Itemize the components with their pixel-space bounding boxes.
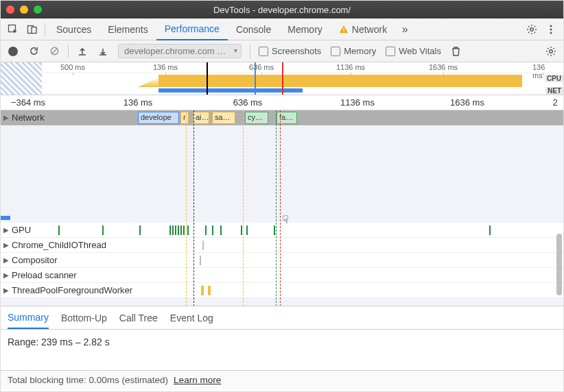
overview-out-of-range [1, 62, 42, 95]
tab-network[interactable]: Network [331, 19, 395, 40]
tab-console[interactable]: Console [228, 19, 279, 40]
svg-point-7 [550, 28, 552, 30]
collect-garbage-icon[interactable] [447, 42, 466, 61]
device-toolbar-icon[interactable] [23, 20, 42, 39]
svg-point-13 [550, 49, 552, 52]
tab-summary[interactable]: Summary [8, 307, 49, 329]
network-request[interactable]: develope [138, 112, 179, 124]
tab-performance[interactable]: Performance [156, 19, 228, 40]
window-title: DevTools - developer.chrome.com/ [1, 5, 563, 15]
tab-bottom-up[interactable]: Bottom-Up [61, 308, 107, 328]
expand-icon[interactable]: ▶ [3, 271, 9, 279]
reload-record-button[interactable] [24, 42, 43, 61]
kebab-menu-icon[interactable] [541, 20, 561, 39]
svg-rect-3 [343, 28, 344, 31]
svg-rect-4 [343, 31, 344, 32]
tab-network-label: Network [352, 24, 387, 35]
inspect-element-icon[interactable] [3, 20, 23, 39]
summary-range: Range: 239 ms – 2.82 s [8, 336, 556, 347]
summary-pane: Range: 239 ms – 2.82 s [1, 330, 563, 371]
tab-event-log[interactable]: Event Log [170, 308, 213, 328]
warning-icon [339, 25, 349, 34]
details-tabs: Summary Bottom-Up Call Tree Event Log [1, 306, 563, 330]
network-request[interactable]: sa… [212, 112, 235, 124]
total-blocking-time-row: Total blocking time: 0.00ms (estimated) … [1, 371, 563, 389]
svg-point-5 [530, 27, 533, 30]
memory-checkbox[interactable]: Memory [331, 46, 376, 56]
vertical-scrollbar[interactable] [556, 234, 562, 295]
overview-cpu-bar [158, 75, 522, 87]
threadpool-track[interactable]: ▶ThreadPoolForegroundWorker [1, 283, 563, 298]
flame-main-area[interactable] [1, 127, 563, 223]
expand-icon[interactable]: ▶ [3, 114, 9, 121]
network-request[interactable]: ai… [193, 112, 209, 124]
load-profile-icon[interactable] [73, 42, 92, 61]
profile-url-dropdown[interactable]: developer.chrome.com … [118, 44, 242, 58]
tab-sources[interactable]: Sources [48, 19, 99, 40]
tab-call-tree[interactable]: Call Tree [119, 308, 158, 328]
svg-rect-2 [32, 27, 36, 33]
overview-cpu-label: CPU [545, 75, 563, 82]
tab-elements[interactable]: Elements [99, 19, 156, 40]
expand-icon[interactable]: ▶ [3, 226, 9, 234]
clear-button[interactable] [45, 42, 64, 61]
svg-line-10 [51, 49, 57, 54]
network-request[interactable]: r [180, 112, 189, 124]
overview-minimap[interactable]: 500 ms 136 ms 636 ms 1136 ms 1636 ms 136… [1, 62, 563, 95]
timeline-ruler[interactable]: −364 ms 136 ms 636 ms 1136 ms 1636 ms 2 [1, 95, 563, 110]
flame-chart[interactable]: ▶ Network developerai…sa…cy…fa… ▶GPU ▶Ch… [1, 110, 563, 306]
window-titlebar: DevTools - developer.chrome.com/ [1, 1, 563, 19]
more-tabs-icon[interactable]: » [395, 20, 414, 39]
network-request[interactable]: cy… [245, 112, 268, 124]
record-button[interactable] [3, 42, 23, 61]
tbt-learn-more-link[interactable]: Learn more [174, 375, 221, 385]
panel-tabs-row: Sources Elements Performance Console Mem… [1, 19, 563, 40]
save-profile-icon[interactable] [93, 42, 113, 61]
network-track[interactable]: ▶ Network developerai…sa…cy…fa… [1, 110, 563, 127]
screenshots-checkbox[interactable]: Screenshots [259, 46, 321, 56]
overview-ruler: 500 ms 136 ms 636 ms 1136 ms 1636 ms 136… [42, 62, 563, 73]
svg-point-6 [550, 25, 552, 27]
web-vitals-checkbox[interactable]: Web Vitals [386, 46, 441, 56]
tbt-text: Total blocking time: 0.00ms (estimated) [8, 375, 168, 385]
gpu-track[interactable]: ▶GPU [1, 223, 563, 238]
childio-track[interactable]: ▶Chrome_ChildIOThread [1, 238, 563, 253]
expand-icon[interactable]: ▶ [3, 256, 9, 264]
expand-icon[interactable]: ▶ [3, 286, 9, 294]
overview-net-label: NET [545, 87, 563, 95]
overview-cursor-red [282, 62, 283, 95]
divider [45, 23, 45, 36]
settings-icon[interactable] [522, 20, 541, 39]
compositor-track[interactable]: ▶Compositor [1, 253, 563, 268]
capture-settings-icon[interactable] [541, 42, 561, 61]
overview-net-bar [158, 88, 303, 93]
preload-scanner-track[interactable]: ▶Preload scanner [1, 268, 563, 283]
performance-toolbar: developer.chrome.com … Screenshots Memor… [1, 40, 563, 62]
small-blue-bar [1, 216, 10, 220]
svg-point-8 [550, 32, 552, 34]
network-request[interactable]: fa… [277, 112, 297, 124]
tab-memory[interactable]: Memory [279, 19, 331, 40]
expand-icon[interactable]: ▶ [3, 241, 9, 249]
overview-cursor [207, 62, 208, 95]
overview-cursor-blue [255, 62, 256, 95]
network-track-label: Network [12, 112, 45, 123]
